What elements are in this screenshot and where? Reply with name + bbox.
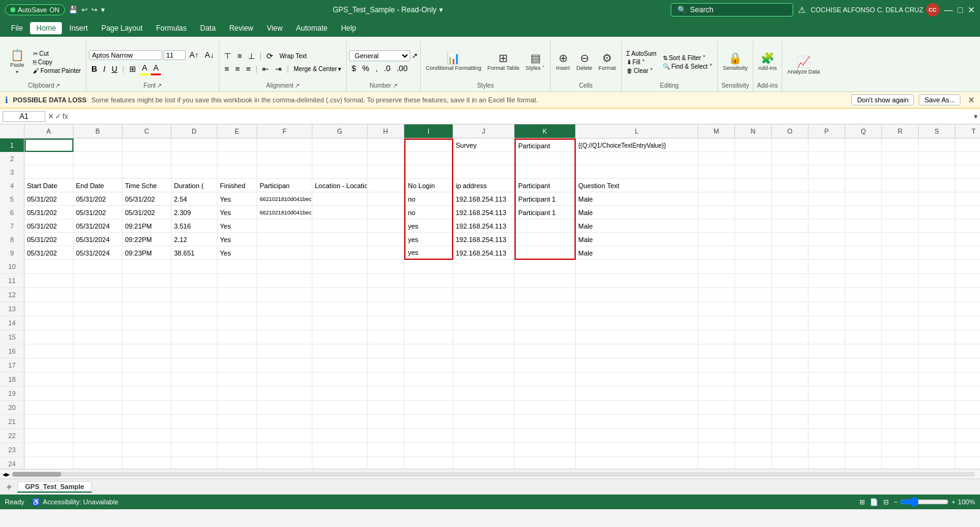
cell-D5[interactable]: 2.54 xyxy=(172,192,217,206)
cell-P14[interactable] xyxy=(809,316,845,330)
save-as-button[interactable]: Save As... xyxy=(919,94,960,105)
cell-P4[interactable] xyxy=(809,179,845,192)
menu-data[interactable]: Data xyxy=(194,22,222,34)
cell-F5[interactable]: 6621021810d041becebb2ca0 xyxy=(257,192,312,206)
cell-A11[interactable] xyxy=(24,274,74,287)
cell-A18[interactable] xyxy=(24,373,74,386)
cell-G18[interactable] xyxy=(312,373,368,386)
cell-A9[interactable]: 05/31/202 xyxy=(24,246,74,260)
cell-F22[interactable] xyxy=(257,429,312,442)
scroll-right-icon[interactable]: ▸ xyxy=(6,470,10,479)
cell-C10[interactable] xyxy=(123,260,172,273)
cell-D24[interactable] xyxy=(172,457,217,469)
cell-R21[interactable] xyxy=(882,415,919,428)
decrease-indent-button[interactable]: ⇤ xyxy=(260,63,271,75)
cell-P6[interactable] xyxy=(809,206,845,219)
cell-M23[interactable] xyxy=(698,443,735,457)
cell-N14[interactable] xyxy=(735,316,772,330)
cell-L17[interactable] xyxy=(576,358,698,372)
cell-B19[interactable] xyxy=(74,387,123,400)
cell-S10[interactable] xyxy=(919,260,956,273)
cell-Q20[interactable] xyxy=(845,401,882,414)
cell-A5[interactable]: 05/31/202 xyxy=(24,192,74,206)
cell-C16[interactable] xyxy=(123,344,172,358)
conditional-formatting-button[interactable]: 📊 Conditional Formatting xyxy=(423,51,484,73)
cell-O3[interactable] xyxy=(772,165,809,179)
cell-M15[interactable] xyxy=(698,330,735,344)
cell-O21[interactable] xyxy=(772,415,809,428)
cell-I18[interactable] xyxy=(404,373,453,386)
cell-B11[interactable] xyxy=(74,274,123,287)
cell-T18[interactable] xyxy=(956,373,980,386)
cell-N4[interactable] xyxy=(735,179,772,192)
horizontal-scrollbar[interactable]: ◂ ▸ xyxy=(0,469,980,479)
cell-N19[interactable] xyxy=(735,387,772,400)
cell-K21[interactable] xyxy=(514,415,576,428)
cell-F10[interactable] xyxy=(257,260,312,273)
cell-F23[interactable] xyxy=(257,443,312,457)
menu-home[interactable]: Home xyxy=(30,22,62,34)
cell-F19[interactable] xyxy=(257,387,312,400)
cell-H3[interactable] xyxy=(368,165,404,179)
cell-D22[interactable] xyxy=(172,429,217,442)
cell-C24[interactable] xyxy=(123,457,172,469)
cell-E21[interactable] xyxy=(217,415,257,428)
cell-I21[interactable] xyxy=(404,415,453,428)
cell-R12[interactable] xyxy=(882,288,919,301)
cell-S24[interactable] xyxy=(919,457,956,469)
cell-K12[interactable] xyxy=(514,288,576,301)
cell-K15[interactable] xyxy=(514,330,576,344)
cell-H20[interactable] xyxy=(368,401,404,414)
cell-R3[interactable] xyxy=(882,165,919,179)
cell-Q6[interactable] xyxy=(845,206,882,219)
cell-N1[interactable] xyxy=(735,138,772,152)
cell-B9[interactable]: 05/31/2024 xyxy=(74,246,123,260)
cell-E2[interactable] xyxy=(217,152,257,165)
cell-M2[interactable] xyxy=(698,152,735,165)
cell-F13[interactable] xyxy=(257,302,312,316)
cell-P3[interactable] xyxy=(809,165,845,179)
sheet-tab-gps-test-sample[interactable]: GPS_Test_Sample xyxy=(17,481,92,493)
cell-T22[interactable] xyxy=(956,429,980,442)
cell-A17[interactable] xyxy=(24,358,74,372)
cell-T11[interactable] xyxy=(956,274,980,287)
cell-E5[interactable]: Yes xyxy=(217,192,257,206)
cell-C8[interactable]: 09:22PM xyxy=(123,233,172,246)
cell-F8[interactable] xyxy=(257,233,312,246)
cell-K22[interactable] xyxy=(514,429,576,442)
format-table-button[interactable]: ⊞ Format Table xyxy=(485,51,522,73)
autosave-badge[interactable]: AutoSave ON xyxy=(5,4,65,15)
col-header-G[interactable]: G xyxy=(312,124,368,138)
add-sheet-button[interactable]: + xyxy=(2,480,16,494)
cell-F24[interactable] xyxy=(257,457,312,469)
cell-F1[interactable] xyxy=(257,138,312,152)
cell-Q8[interactable] xyxy=(845,233,882,246)
menu-insert[interactable]: Insert xyxy=(63,22,94,34)
cell-N5[interactable] xyxy=(735,192,772,206)
cell-Q7[interactable] xyxy=(845,219,882,233)
cell-T4[interactable] xyxy=(956,179,980,192)
search-box[interactable]: 🔍 Search xyxy=(671,3,793,17)
cell-R17[interactable] xyxy=(882,358,919,372)
cell-C15[interactable] xyxy=(123,330,172,344)
col-header-K[interactable]: K xyxy=(514,124,576,138)
increase-decimal-button[interactable]: .00 xyxy=(394,63,410,74)
cell-R13[interactable] xyxy=(882,302,919,316)
cell-E18[interactable] xyxy=(217,373,257,386)
cell-E22[interactable] xyxy=(217,429,257,442)
cell-Q15[interactable] xyxy=(845,330,882,344)
cell-K17[interactable] xyxy=(514,358,576,372)
cell-K20[interactable] xyxy=(514,401,576,414)
cell-G17[interactable] xyxy=(312,358,368,372)
cell-A14[interactable] xyxy=(24,316,74,330)
cell-B20[interactable] xyxy=(74,401,123,414)
cell-D20[interactable] xyxy=(172,401,217,414)
cell-H8[interactable] xyxy=(368,233,404,246)
cell-reference-input[interactable] xyxy=(2,111,45,122)
cell-K19[interactable] xyxy=(514,387,576,400)
cell-C13[interactable] xyxy=(123,302,172,316)
cell-O23[interactable] xyxy=(772,443,809,457)
cell-G15[interactable] xyxy=(312,330,368,344)
cell-T17[interactable] xyxy=(956,358,980,372)
cell-T7[interactable] xyxy=(956,219,980,233)
